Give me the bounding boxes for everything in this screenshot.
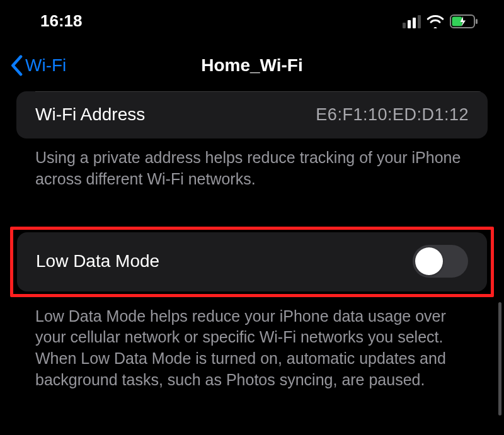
toggle-knob: [415, 247, 443, 275]
cellular-signal-icon: [403, 14, 421, 28]
low-data-mode-toggle[interactable]: [413, 245, 468, 278]
low-data-mode-footer: Low Data Mode helps reduce your iPhone d…: [16, 297, 488, 391]
status-time: 16:18: [40, 11, 83, 31]
battery-charging-icon: [450, 14, 479, 28]
wifi-address-group: Wi-Fi Address E6:F1:10:ED:D1:12: [16, 91, 488, 138]
wifi-address-footer: Using a private address helps reduce tra…: [16, 138, 488, 190]
low-data-mode-label: Low Data Mode: [36, 251, 159, 271]
scroll-indicator[interactable]: [498, 302, 501, 415]
highlighted-area: Low Data Mode: [10, 227, 494, 297]
wifi-address-row[interactable]: Wi-Fi Address E6:F1:10:ED:D1:12: [16, 92, 488, 138]
svg-rect-1: [476, 19, 478, 24]
wifi-address-label: Wi-Fi Address: [35, 105, 145, 125]
back-button[interactable]: Wi-Fi: [10, 55, 66, 76]
back-label: Wi-Fi: [25, 55, 66, 76]
wifi-address-value: E6:F1:10:ED:D1:12: [316, 105, 469, 125]
wifi-icon: [426, 14, 445, 28]
status-right: [403, 14, 479, 28]
low-data-mode-row[interactable]: Low Data Mode: [17, 232, 487, 291]
chevron-left-icon: [10, 55, 23, 76]
page-title: Home_Wi-Fi: [0, 55, 504, 76]
status-bar: 16:18: [0, 0, 504, 38]
low-data-mode-group: Low Data Mode: [17, 232, 487, 291]
nav-bar: Wi-Fi Home_Wi-Fi: [0, 38, 504, 91]
